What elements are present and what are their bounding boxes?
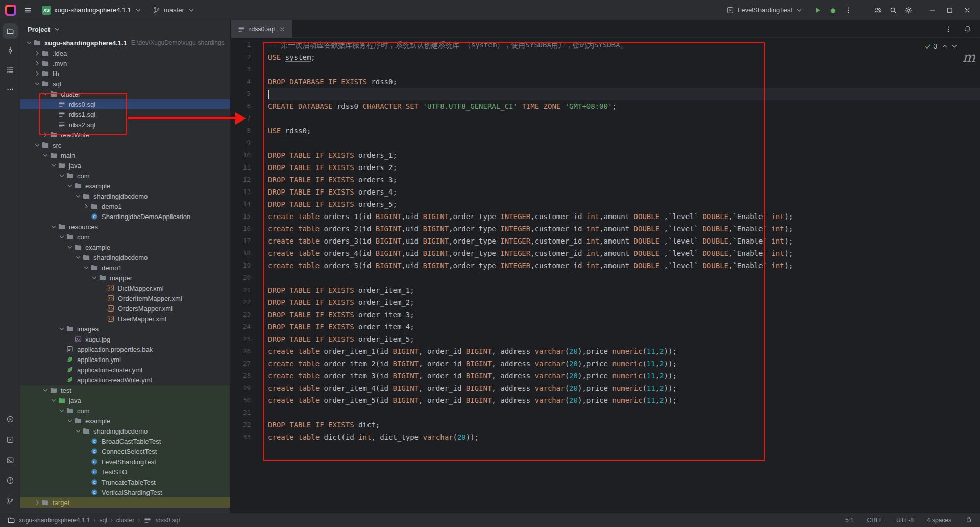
code-line[interactable]: create table order_item_1(id BIGINT, ord… [268,345,980,357]
line-number[interactable]: 25 [231,333,268,345]
code-line[interactable]: DROP TABLE IF EXISTS orders_1; [268,149,980,161]
status-item[interactable]: CRLF [867,517,883,524]
breadcrumb-item[interactable]: xugu-shardingsphere4.1.1 [19,517,90,524]
code-line[interactable]: CREATE DATABASE rdss0 CHARACTER SET 'UTF… [268,100,980,112]
more-tool-windows-button[interactable] [3,82,18,97]
more-actions-button[interactable] [841,3,855,17]
line-number[interactable]: 30 [231,394,268,406]
tree-row[interactable]: UserMapper.xml [20,314,230,324]
line-number[interactable]: 7 [231,112,268,125]
tree-row[interactable]: OrdersMapper.xml [20,303,230,314]
code-line[interactable]: create table orders_5(id BIGINT,uid BIGI… [268,259,980,272]
chevron-down-icon[interactable] [41,386,50,394]
code-line[interactable]: DROP TABLE IF EXISTS order_item_4; [268,321,980,333]
code-line[interactable]: DROP TABLE IF EXISTS dict; [268,419,980,431]
tree-row[interactable]: shardingjdbcdemo [20,426,230,436]
search-everywhere-button[interactable] [886,3,900,17]
tree-row[interactable]: OrderItemMapper.xml [20,293,230,303]
tree-row[interactable]: src [20,140,230,150]
line-number[interactable]: 5 [231,88,268,100]
tree-row[interactable]: sql [20,79,230,89]
chevron-down-icon[interactable] [33,80,41,88]
chevron-down-icon[interactable] [33,141,41,149]
line-number[interactable]: 29 [231,382,268,394]
code-line[interactable]: create table order_item_4(id BIGINT, ord… [268,382,980,394]
chevron-down-icon[interactable] [74,253,82,261]
code-line[interactable]: create table orders_3(id BIGINT,uid BIGI… [268,235,980,247]
more-actions-button[interactable] [941,22,955,36]
tree-row[interactable]: CConnectSelectTest [20,446,230,457]
breadcrumb-item[interactable]: sql [99,517,107,524]
tree-row[interactable]: CTestSTO [20,467,230,477]
branch-selector[interactable]: master [150,5,199,16]
code-line[interactable]: DROP TABLE IF EXISTS orders_3; [268,174,980,186]
code-line[interactable]: create table order_item_5(id BIGINT, ord… [268,394,980,406]
code-line[interactable]: DROP TABLE IF EXISTS orders_2; [268,161,980,174]
code-line[interactable]: create table orders_4(id BIGINT,uid BIGI… [268,247,980,259]
code-line[interactable] [268,272,980,284]
tree-row[interactable]: readWrite [20,130,230,140]
status-item[interactable]: 4 spaces [927,517,951,524]
tree-row[interactable]: example [20,416,230,426]
run-button[interactable] [811,3,825,17]
line-number[interactable]: 12 [231,174,268,186]
code-line[interactable]: USE system; [268,51,980,63]
code-line[interactable]: DROP TABLE IF EXISTS orders_4; [268,186,980,198]
tree-row[interactable]: CBroadCastTableTest [20,436,230,446]
line-number[interactable]: 22 [231,296,268,308]
project-tool-button[interactable] [3,23,18,39]
line-number[interactable]: 6 [231,100,268,112]
tree-row[interactable]: .mvn [20,58,230,68]
code-line[interactable] [268,406,980,419]
code-line[interactable]: DROP TABLE IF EXISTS order_item_3; [268,308,980,321]
code-line[interactable] [268,112,980,125]
breadcrumb-item[interactable]: cluster [116,517,134,524]
code-line[interactable]: create table order_item_3(id BIGINT, ord… [268,370,980,382]
line-number[interactable]: 14 [231,198,268,210]
chevron-down-icon[interactable] [57,172,66,180]
tree-row[interactable]: resources [20,222,230,232]
code-line[interactable] [268,137,980,149]
line-number[interactable]: 20 [231,272,268,284]
tree-row[interactable]: CVerticalShardingTest [20,487,230,497]
code-line[interactable]: -- 第一次启动虚谷数据库服务程序时，系统默认创建系统库 （system），使用… [268,39,980,51]
code-line[interactable]: create table orders_2(id BIGINT,uid BIGI… [268,223,980,235]
chevron-down-icon[interactable] [74,192,82,200]
code-line[interactable]: DROP TABLE IF EXISTS order_item_2; [268,296,980,308]
line-number[interactable]: 21 [231,284,268,296]
tree-row[interactable]: rdss0.sql [20,99,230,109]
close-button[interactable] [960,3,975,17]
tree-row[interactable]: cluster [20,89,230,99]
tree-row[interactable]: xugu-shardingsphere4.1.1E:\dev\XuguDemo\… [20,38,230,48]
editor-code[interactable]: -- 第一次启动虚谷数据库服务程序时，系统默认创建系统库 （system），使用… [268,38,980,513]
tree-row[interactable]: java [20,395,230,405]
tree-row[interactable]: rdss2.sql [20,119,230,130]
services-tool-button[interactable] [3,432,18,447]
tree-row[interactable]: example [20,242,230,252]
line-number[interactable]: 2 [231,51,268,63]
line-number[interactable]: 28 [231,370,268,382]
line-number[interactable]: 17 [231,235,268,247]
readonly-lock-button[interactable] [965,515,973,525]
tree-row[interactable]: .idea [20,48,230,58]
line-number[interactable]: 24 [231,321,268,333]
tree-row[interactable]: target [20,497,230,508]
chevron-right-icon[interactable] [33,69,41,78]
line-number[interactable]: 1 [231,39,268,51]
chevron-down-icon[interactable] [24,39,33,47]
line-number[interactable]: 8 [231,125,268,137]
code-line[interactable]: create table dict(id int, dict_type varc… [268,431,980,443]
tree-row[interactable]: com [20,232,230,242]
commit-tool-button[interactable] [3,43,18,58]
tree-row[interactable]: application.yml [20,354,230,365]
run-configuration-selector[interactable]: LevelShardingTest [723,5,806,16]
chevron-down-icon[interactable] [57,233,66,241]
status-item[interactable]: UTF-8 [896,517,914,524]
chevron-up-icon[interactable] [941,42,949,51]
chevron-down-icon[interactable] [950,42,959,51]
maximize-restore-button[interactable] [942,3,958,17]
code-line[interactable] [268,88,980,100]
notifications-button[interactable] [961,22,975,36]
line-number[interactable]: 33 [231,431,268,443]
problems-tool-button[interactable] [3,473,18,488]
